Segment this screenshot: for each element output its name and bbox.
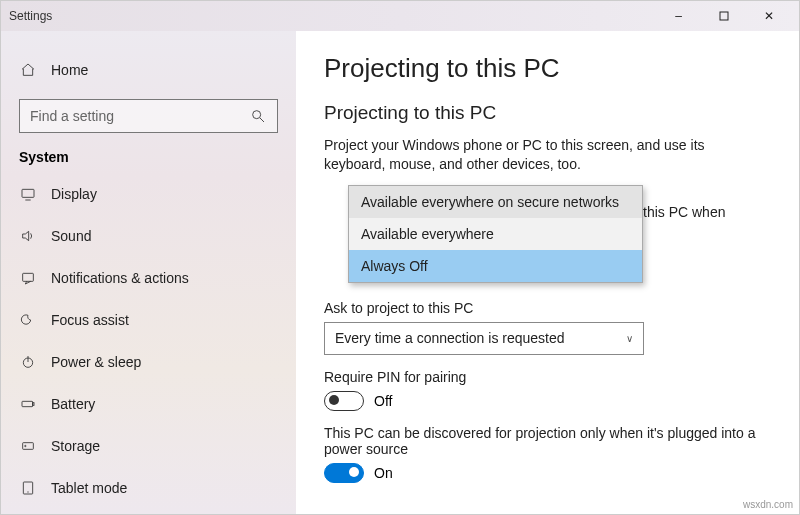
- notifications-icon: [19, 269, 37, 287]
- behind-fragment: this PC when: [643, 204, 725, 220]
- sidebar-item-battery[interactable]: Battery: [1, 383, 296, 425]
- chevron-down-icon: ∨: [626, 333, 633, 344]
- display-icon: [19, 185, 37, 203]
- page-description: Project your Windows phone or PC to this…: [324, 136, 764, 174]
- tablet-icon: [19, 479, 37, 497]
- dropdown-option[interactable]: Available everywhere on secure networks: [349, 186, 642, 218]
- sidebar-item-storage[interactable]: Storage: [1, 425, 296, 467]
- sidebar-item-label: Power & sleep: [51, 354, 278, 370]
- discover-toggle-row: On: [324, 463, 769, 483]
- ask-value: Every time a connection is requested: [335, 330, 626, 346]
- pin-toggle[interactable]: [324, 391, 364, 411]
- sidebar-item-label: Tablet mode: [51, 480, 278, 496]
- storage-icon: [19, 437, 37, 455]
- svg-rect-8: [22, 401, 33, 406]
- focus-assist-icon: [19, 311, 37, 329]
- svg-rect-3: [22, 189, 34, 197]
- sidebar-item-power-sleep[interactable]: Power & sleep: [1, 341, 296, 383]
- maximize-button[interactable]: [701, 1, 746, 31]
- sidebar-item-tablet-mode[interactable]: Tablet mode: [1, 467, 296, 509]
- sidebar-item-display[interactable]: Display: [1, 173, 296, 215]
- dropdown-option[interactable]: Always Off: [349, 250, 642, 282]
- window-title: Settings: [9, 9, 656, 23]
- sound-icon: [19, 227, 37, 245]
- close-button[interactable]: ✕: [746, 1, 791, 31]
- sidebar: Home Find a setting System Display Sound: [1, 31, 296, 514]
- pin-toggle-text: Off: [374, 393, 392, 409]
- ask-combobox[interactable]: Every time a connection is requested ∨: [324, 322, 644, 355]
- svg-rect-5: [23, 273, 34, 281]
- sidebar-item-notifications[interactable]: Notifications & actions: [1, 257, 296, 299]
- battery-icon: [19, 395, 37, 413]
- availability-dropdown[interactable]: Available everywhere on secure networks …: [348, 185, 643, 283]
- svg-rect-9: [33, 403, 34, 406]
- pin-label: Require PIN for pairing: [324, 369, 769, 385]
- ask-label: Ask to project to this PC: [324, 300, 769, 316]
- search-placeholder: Find a setting: [30, 108, 249, 124]
- sidebar-item-focus-assist[interactable]: Focus assist: [1, 299, 296, 341]
- watermark: wsxdn.com: [743, 499, 793, 510]
- sidebar-item-label: Sound: [51, 228, 278, 244]
- window-controls: – ✕: [656, 1, 791, 31]
- sidebar-item-label: Focus assist: [51, 312, 278, 328]
- section-title: Projecting to this PC: [324, 102, 769, 124]
- dropdown-option[interactable]: Available everywhere: [349, 218, 642, 250]
- search-input[interactable]: Find a setting: [19, 99, 278, 133]
- svg-point-1: [253, 111, 261, 119]
- svg-point-11: [25, 445, 26, 446]
- sidebar-home-label: Home: [51, 62, 278, 78]
- search-icon: [249, 107, 267, 125]
- sidebar-item-label: Battery: [51, 396, 278, 412]
- sidebar-item-sound[interactable]: Sound: [1, 215, 296, 257]
- pin-toggle-row: Off: [324, 391, 769, 411]
- svg-line-2: [260, 118, 264, 122]
- sidebar-item-label: Storage: [51, 438, 278, 454]
- discover-toggle[interactable]: [324, 463, 364, 483]
- titlebar: Settings – ✕: [1, 1, 799, 31]
- discover-label: This PC can be discovered for projection…: [324, 425, 764, 457]
- svg-rect-0: [720, 12, 728, 20]
- home-icon: [19, 61, 37, 79]
- sidebar-item-label: Display: [51, 186, 278, 202]
- page-title: Projecting to this PC: [324, 53, 769, 84]
- power-icon: [19, 353, 37, 371]
- discover-toggle-text: On: [374, 465, 393, 481]
- sidebar-item-label: Notifications & actions: [51, 270, 278, 286]
- minimize-button[interactable]: –: [656, 1, 701, 31]
- sidebar-category: System: [1, 149, 296, 165]
- sidebar-home[interactable]: Home: [1, 49, 296, 91]
